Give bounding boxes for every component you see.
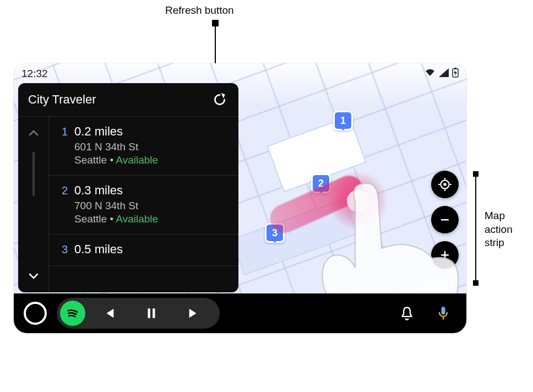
separator: • [110, 213, 113, 225]
svg-rect-1 [454, 68, 456, 69]
clock: 12:32 [21, 68, 48, 80]
list-item[interactable]: 3 0.5 miles [49, 235, 238, 266]
list-item[interactable]: 1 0.2 miles 601 N 34th St Seattle • Avai… [49, 117, 238, 176]
item-status: Available [116, 213, 158, 225]
nav-bar [14, 293, 466, 333]
item-status: Available [116, 154, 158, 166]
item-distance: 0.3 miles [74, 183, 230, 198]
minus-icon [438, 213, 452, 226]
zoom-out-button[interactable] [431, 206, 459, 233]
bell-icon [399, 306, 415, 321]
svg-rect-6 [444, 251, 446, 259]
zoom-in-button[interactable] [431, 241, 459, 269]
chevron-down-icon [28, 270, 39, 281]
place-list-card: City Traveler 1 [18, 83, 238, 292]
skip-previous-icon [101, 306, 116, 321]
scrollbar-track[interactable] [32, 152, 35, 196]
skip-next-icon [187, 306, 202, 321]
touch-ripple [328, 171, 388, 231]
svg-rect-8 [153, 308, 155, 318]
assistant-button[interactable] [430, 300, 456, 326]
annotation-action-strip: Map action strip [485, 209, 513, 250]
recenter-button[interactable] [431, 171, 459, 198]
item-city: Seattle [74, 213, 107, 225]
item-number: 2 [58, 183, 68, 225]
device-frame: 1 2 3 12:32 City Traveler [14, 63, 466, 333]
svg-point-3 [443, 183, 446, 186]
microphone-icon [436, 306, 451, 321]
map-pin-1[interactable]: 1 [333, 111, 353, 130]
previous-button[interactable] [89, 300, 128, 326]
annotation-bracket [475, 175, 476, 282]
item-number: 3 [58, 242, 68, 257]
battery-icon [452, 68, 459, 80]
launcher-button[interactable] [24, 302, 47, 325]
notifications-button[interactable] [394, 300, 420, 326]
scroll-up-button[interactable] [25, 124, 42, 142]
svg-rect-4 [441, 219, 449, 221]
spotify-icon [65, 306, 80, 321]
item-address: 700 N 34th St [74, 200, 230, 212]
scroll-column [18, 117, 49, 292]
list-item[interactable]: 2 0.3 miles 700 N 34th St Seattle • Avai… [49, 176, 238, 235]
item-address: 601 N 34th St [74, 141, 230, 153]
spotify-button[interactable] [60, 301, 85, 326]
crosshair-icon [438, 177, 452, 192]
cell-signal-icon [439, 68, 449, 80]
annotation-refresh: Refresh button [165, 4, 234, 17]
status-bar: 12:32 [21, 66, 459, 81]
next-button[interactable] [175, 300, 214, 326]
refresh-icon [213, 92, 227, 107]
pause-button[interactable] [132, 300, 171, 326]
svg-rect-9 [442, 307, 445, 314]
wifi-icon [425, 68, 436, 80]
item-distance: 0.2 miles [74, 124, 230, 139]
scroll-down-button[interactable] [25, 267, 42, 285]
item-city: Seattle [74, 154, 107, 166]
refresh-button[interactable] [211, 91, 229, 108]
svg-rect-7 [148, 308, 150, 318]
item-number: 1 [58, 124, 68, 166]
chevron-up-icon [28, 128, 39, 139]
plus-icon [438, 248, 452, 262]
card-header: City Traveler [18, 83, 238, 117]
pause-icon [144, 306, 159, 320]
media-pill [57, 298, 220, 329]
map-action-strip [431, 171, 459, 269]
separator: • [110, 154, 113, 166]
item-distance: 0.5 miles [74, 242, 230, 257]
place-list: 1 0.2 miles 601 N 34th St Seattle • Avai… [49, 117, 238, 292]
card-title: City Traveler [28, 92, 211, 107]
